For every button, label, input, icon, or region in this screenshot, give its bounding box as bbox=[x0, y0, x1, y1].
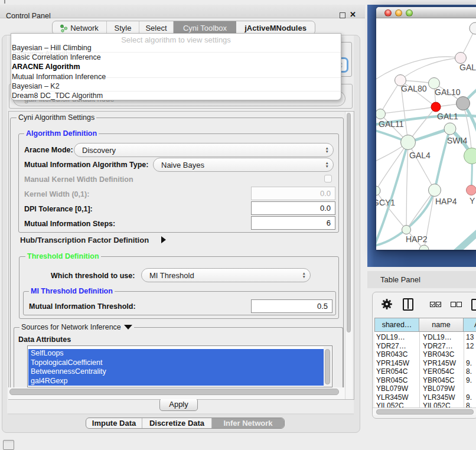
mi-type-combo[interactable]: Naive Bayes ▲▼ bbox=[153, 158, 334, 172]
algorithm-option[interactable]: Bayesian – K2 bbox=[12, 82, 60, 90]
table-cell: YDR27… bbox=[376, 342, 406, 350]
minimize-window-icon[interactable] bbox=[395, 9, 402, 17]
select-all-icon-2[interactable] bbox=[436, 302, 441, 307]
table-cell: YIL052C bbox=[376, 402, 404, 407]
manual-kernel-label: Manual Kernel Width Definition bbox=[24, 175, 133, 184]
new-column-icon[interactable] bbox=[471, 299, 476, 311]
table-row[interactable]: YBR045CYBR045C9. bbox=[374, 376, 476, 384]
column-header-shared-name[interactable]: shared… bbox=[374, 318, 419, 332]
tab-jactivemnodules[interactable]: jActiveMNodules bbox=[236, 21, 315, 34]
kernel-width-input[interactable]: 0.0 bbox=[251, 187, 335, 200]
tab-network[interactable]: Network bbox=[53, 21, 107, 34]
network-node[interactable] bbox=[431, 102, 441, 112]
attributes-scrollbar-thumb[interactable] bbox=[325, 349, 330, 384]
network-node[interactable] bbox=[401, 135, 416, 150]
attribute-item[interactable]: gal4RGexp bbox=[28, 377, 325, 386]
table-row[interactable]: YDR27…YDR27…12 bbox=[374, 342, 476, 350]
attribute-item[interactable]: SelfLoops bbox=[28, 349, 325, 358]
manual-kernel-checkbox[interactable] bbox=[324, 175, 332, 182]
minimized-panel-icon[interactable] bbox=[3, 440, 14, 450]
network-edge bbox=[408, 142, 435, 190]
table-cell: YBR045C bbox=[423, 376, 454, 384]
tab-style[interactable]: Style bbox=[107, 21, 139, 34]
network-edge bbox=[406, 190, 435, 230]
network-node[interactable] bbox=[467, 185, 476, 195]
network-node[interactable] bbox=[464, 148, 476, 164]
table-cell: YPR145W bbox=[423, 359, 456, 367]
network-node[interactable] bbox=[402, 226, 411, 234]
threshold-definition-title: Threshold Definition bbox=[25, 252, 101, 260]
main-vertical-scrollbar[interactable] bbox=[345, 112, 353, 399]
split-table-icon[interactable] bbox=[403, 298, 413, 311]
algorithm-option[interactable]: Bayesian – Hill Climbing bbox=[12, 44, 92, 52]
attributes-scrollbar[interactable] bbox=[324, 347, 331, 387]
table-row[interactable]: YBL079WYBL079W bbox=[374, 384, 476, 393]
which-threshold-combo[interactable]: MI Threshold ▲▼ bbox=[141, 268, 311, 282]
select-all-icon[interactable] bbox=[430, 302, 435, 307]
main-horizontal-scrollbar[interactable] bbox=[8, 387, 345, 399]
table-row[interactable]: YDL19…YDL19…13 bbox=[374, 333, 476, 341]
combo-arrows-icon: ▲▼ bbox=[325, 161, 329, 168]
tab-cyni-toolbox[interactable]: Cyni Toolbox bbox=[174, 21, 236, 34]
network-node-label: HAP4 bbox=[435, 197, 457, 206]
network-node[interactable] bbox=[429, 184, 441, 197]
hub-definition-label[interactable]: Hub/Transcription Factor Definition bbox=[20, 236, 149, 244]
bottom-tab-infer-network[interactable]: Infer Network bbox=[212, 418, 284, 428]
dpi-tolerance-input[interactable]: 0.0 bbox=[251, 201, 335, 215]
network-node[interactable] bbox=[444, 123, 456, 135]
close-window-icon[interactable] bbox=[384, 9, 392, 17]
main-vertical-scrollbar-thumb[interactable] bbox=[347, 113, 351, 332]
table-cell: YLR345W bbox=[423, 393, 455, 402]
column-header-name[interactable]: name bbox=[419, 318, 464, 332]
apply-button[interactable]: Apply bbox=[159, 398, 198, 411]
network-node[interactable] bbox=[376, 186, 380, 195]
table-panel-title: Table Panel bbox=[380, 275, 420, 284]
deselect-all-icon[interactable] bbox=[451, 302, 456, 307]
table-row[interactable]: YPR145WYPR145W9. bbox=[374, 359, 476, 367]
table-row[interactable]: YBR043CYBR043C bbox=[374, 350, 476, 358]
algorithm-option[interactable]: ARACNE Algorithm bbox=[12, 63, 80, 71]
algorithm-dropdown: Select algorithm to view settings Infere… bbox=[11, 33, 341, 100]
mi-steps-input[interactable]: 6 bbox=[251, 216, 335, 230]
network-window-titlebar[interactable] bbox=[376, 7, 476, 18]
aracne-mode-combo[interactable]: Discovery ▲▼ bbox=[74, 143, 334, 157]
zoom-window-icon[interactable] bbox=[406, 9, 413, 17]
table-horizontal-scrollbar[interactable] bbox=[373, 407, 476, 415]
network-edge bbox=[376, 142, 408, 191]
bottom-tab-impute-data[interactable]: Impute Data bbox=[86, 418, 142, 428]
table-row[interactable]: YER054CYER054C8. bbox=[374, 367, 476, 376]
network-canvas[interactable]: GALGAL80GAL10GAL1GAL11SWI4GAL4GCY1HAP4YH… bbox=[376, 18, 476, 250]
network-node[interactable] bbox=[455, 53, 467, 64]
sources-title: Sources for Network Inference bbox=[21, 323, 121, 331]
network-node[interactable] bbox=[470, 22, 476, 34]
table-row[interactable]: YIL052CYIL052C8. bbox=[374, 402, 476, 407]
float-panel-icon[interactable] bbox=[340, 12, 345, 18]
column-header-partial[interactable]: A bbox=[464, 318, 476, 332]
attribute-item[interactable]: TopologicalCoefficient bbox=[28, 358, 325, 368]
algorithm-option[interactable]: Basic Correlation Inference bbox=[12, 53, 101, 61]
bottom-tab-discretize-data[interactable]: Discretize Data bbox=[142, 418, 212, 428]
kernel-width-label: Kernel Width (0,1): bbox=[24, 190, 89, 198]
gear-icon[interactable] bbox=[382, 299, 392, 312]
data-attributes-list[interactable]: gal4RGexpBetweennessCentralityTopologica… bbox=[27, 345, 332, 387]
attribute-item[interactable]: BetweennessCentrality bbox=[28, 367, 325, 377]
table-cell: 12 bbox=[466, 342, 474, 350]
network-node[interactable] bbox=[457, 97, 470, 110]
aracne-mode-label: Aracne Mode: bbox=[24, 146, 73, 154]
main-horizontal-scrollbar-thumb[interactable] bbox=[9, 389, 339, 395]
sources-title-row[interactable]: Sources for Network Inference bbox=[19, 323, 134, 331]
table-cell: YER054C bbox=[376, 367, 407, 376]
close-panel-icon[interactable]: ✕ bbox=[350, 10, 356, 19]
tab-select[interactable]: Select bbox=[139, 21, 174, 34]
tab-label: Network bbox=[70, 24, 99, 32]
table-row[interactable]: YLR345WYLR345W9. bbox=[374, 393, 476, 402]
algorithm-option[interactable]: Dream8 DC_TDC Algorithm bbox=[12, 92, 103, 100]
table-horizontal-scrollbar-thumb[interactable] bbox=[376, 409, 474, 415]
aracne-mode-value: Discovery bbox=[82, 144, 116, 157]
node-table[interactable]: YDL19…YDL19…13YDR27…YDR27…12YBR043CYBR04… bbox=[374, 332, 476, 407]
mi-threshold-input[interactable]: 0.5 bbox=[251, 299, 332, 313]
expand-arrow-icon[interactable] bbox=[161, 236, 166, 243]
algorithm-option[interactable]: Mutual Information Inference bbox=[12, 73, 106, 81]
deselect-all-icon-2[interactable] bbox=[457, 302, 462, 307]
network-node[interactable] bbox=[376, 109, 386, 119]
